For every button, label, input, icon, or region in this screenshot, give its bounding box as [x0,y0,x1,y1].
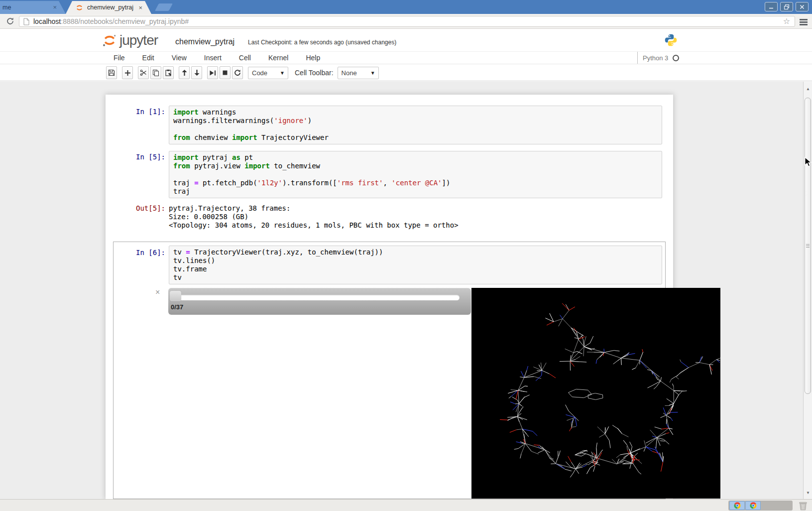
save-button[interactable] [106,66,117,79]
menu-kernel[interactable]: Kernel [268,54,288,62]
code-line: tv.lines() [173,256,658,265]
input-prompt: In [5]: [125,153,165,161]
scrollbar-thumb[interactable] [805,98,811,394]
python-logo-icon [664,33,678,47]
code-line: traj = pt.fetch_pdb('1l2y').transform(['… [173,179,658,187]
new-tab-button[interactable] [155,3,173,11]
window-minimize-button[interactable] [765,2,778,11]
jupyter-logo-icon [102,33,117,48]
scroll-up-icon[interactable]: ▲ [804,85,812,93]
restore-icon [784,4,790,10]
tab-close-icon[interactable]: × [53,1,57,14]
desktop: me × chemview_pytraj × [0,0,812,511]
menu-view[interactable]: View [172,54,187,62]
browser-menu-icon[interactable] [800,19,808,26]
frame-slider[interactable] [178,295,460,300]
tab-close-icon[interactable]: × [138,4,142,11]
code-line [173,125,658,133]
close-icon [799,4,805,10]
molecule-viewer-canvas[interactable] [471,288,720,499]
chevron-down-icon: ▼ [280,70,288,76]
code-cell-input[interactable]: tv = TrajectoryViewer(traj.xyz, to_chemv… [169,246,662,284]
cell-type-select[interactable]: Code ▼ [248,67,288,79]
reload-icon[interactable] [6,17,14,25]
menu-file[interactable]: File [114,54,125,62]
bookmark-star-icon[interactable]: ☆ [783,17,790,25]
os-taskbar [0,499,812,511]
menu-edit[interactable]: Edit [142,54,154,62]
trash-icon[interactable] [798,500,809,511]
run-cell-button[interactable] [207,66,218,79]
page-scrollbar[interactable]: ▲ ▼ [803,82,812,499]
move-cell-up-button[interactable] [179,66,190,79]
browser-tab-strip: me × chemview_pytraj × [0,0,812,14]
url-bar[interactable]: localhost:8888/notebooks/chemview_pytraj… [19,16,795,27]
code-line: tv = TrajectoryViewer(traj.xyz, to_chemv… [173,248,658,256]
cell-toolbar-select[interactable]: None ▼ [338,67,379,79]
arrow-up-icon [181,69,188,76]
menu-cell[interactable]: Cell [239,54,251,62]
save-icon [108,69,115,76]
mouse-cursor [805,157,812,167]
code-line: tv.frame [173,265,658,273]
cell-toolbar-value: None [338,69,357,77]
notebook-toolbar: Code ▼ Cell Toolbar: None ▼ [0,65,812,81]
menu-insert[interactable]: Insert [204,54,222,62]
cell-output-text: pytraj.Trajectory, 38 frames: Size: 0.00… [169,204,459,230]
kernel-status-icon [673,55,679,61]
insert-cell-button[interactable] [122,66,133,79]
taskbar-chrome-window-2[interactable] [745,501,761,510]
chrome-icon [750,502,757,509]
taskbar-chrome-window-1[interactable] [729,501,745,510]
copy-cell-button[interactable] [150,66,161,79]
input-prompt: In [1]: [125,108,165,116]
code-line: from chemview import TrajectoryViewer [173,133,658,142]
notebook-menubar: File Edit View Insert Cell Kernel Help P… [0,51,812,64]
kernel-indicator: Python 3 [637,52,679,64]
arrow-down-icon [194,69,200,76]
input-prompt: In [6]: [125,249,165,257]
scroll-down-icon[interactable]: ▼ [804,489,812,497]
kernel-name: Python 3 [643,54,668,62]
output-line: pytraj.Trajectory, 38 frames: [169,204,459,213]
url-text: localhost:8888/notebooks/chemview_pytraj… [33,17,189,25]
cut-cell-button[interactable] [138,66,149,79]
interrupt-kernel-button[interactable] [220,66,231,79]
code-line: import warnings [173,108,658,117]
browser-toolbar: localhost:8888/notebooks/chemview_pytraj… [0,14,812,29]
move-cell-down-button[interactable] [191,66,202,79]
frame-slider-handle[interactable] [170,291,181,301]
paste-cell-button[interactable] [163,66,174,79]
minimize-icon [768,4,774,10]
notebook-container: In [1]: import warningswarnings.filterwa… [106,95,673,499]
widget-close-button[interactable]: × [155,288,160,296]
url-host: localhost [33,17,61,25]
checkpoint-status: Last Checkpoint: a few seconds ago (unsa… [248,39,396,46]
chrome-icon [734,502,741,509]
code-line: traj [173,187,658,196]
active-tab[interactable]: chemview_pytraj × [66,1,151,14]
frame-counter: 0/37 [171,303,183,311]
notebook-title[interactable]: chemview_pytraj [175,37,234,46]
chevron-down-icon: ▼ [370,70,378,76]
code-line: from pytraj.view import to_chemview [173,162,658,170]
jupyter-logo[interactable]: jupyter [102,32,158,48]
restart-kernel-button[interactable] [232,66,243,79]
window-list-tray [728,501,793,511]
window-close-button[interactable] [796,2,809,11]
window-controls [765,2,809,11]
run-icon [209,70,216,76]
background-tab-label: me [2,4,11,11]
code-cell-input[interactable]: import pytraj as ptfrom pytraj.view impo… [169,151,662,198]
window-restore-button[interactable] [780,2,793,11]
url-path: :8888/notebooks/chemview_pytraj.ipynb# [61,17,189,25]
menu-help[interactable]: Help [306,54,320,62]
stop-icon [222,70,228,76]
code-line: warnings.filterwarnings('ignore') [173,117,658,125]
background-tab[interactable]: me × [0,1,66,14]
code-cell-input[interactable]: import warningswarnings.filterwarnings('… [169,106,662,144]
notebook-page: In [1]: import warningswarnings.filterwa… [0,82,812,499]
cell-type-value: Code [248,69,267,77]
menu-list: File Edit View Insert Cell Kernel Help [114,52,338,64]
plus-icon [124,70,131,76]
